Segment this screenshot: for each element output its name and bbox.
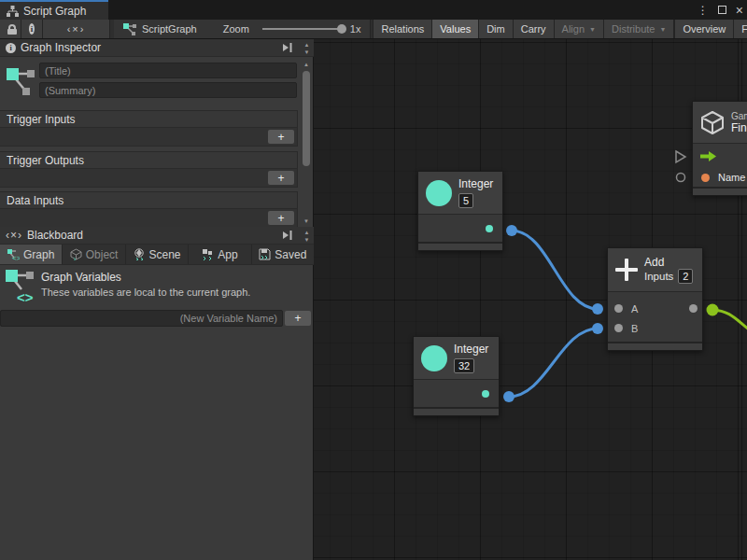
graph-canvas[interactable]: Integer 5 Integer 32	[314, 39, 747, 560]
overview-button[interactable]: Overview	[674, 20, 734, 38]
kebab-menu-icon[interactable]: ⋮	[698, 5, 709, 16]
port-label: A	[631, 303, 638, 315]
saved-variables-icon	[259, 248, 271, 260]
values-toggle[interactable]: Values	[432, 20, 479, 38]
lock-button[interactable]	[0, 20, 21, 38]
inputs-label: Inputs	[644, 271, 673, 282]
align-dropdown[interactable]: Align ▼	[555, 20, 604, 38]
new-variable-input[interactable]: (New Variable Name)	[0, 310, 283, 327]
inputs-count-input[interactable]: 2	[678, 269, 693, 284]
tab-scene[interactable]: Scene	[126, 245, 189, 264]
wire-endpoint[interactable]	[503, 391, 514, 402]
lock-icon	[7, 24, 13, 35]
input-port-b[interactable]	[614, 324, 623, 332]
wire-endpoint[interactable]	[592, 303, 603, 315]
tab-graph[interactable]: <> Graph	[0, 245, 63, 264]
panel-scroll-arrows[interactable]: ▲▼	[302, 229, 312, 244]
wire-int32-to-b[interactable]	[509, 329, 598, 397]
code-icon: ‹×›	[6, 229, 22, 242]
code-view-button[interactable]: ‹×›	[43, 20, 110, 38]
info-icon: i	[6, 43, 16, 53]
blackboard-tabs: <> Graph Object	[0, 245, 314, 265]
integer-output-port[interactable]	[482, 390, 489, 398]
node-gameobject-find[interactable]: GameObject Find Name	[692, 101, 747, 196]
zoom-slider[interactable]	[262, 28, 345, 30]
tab-saved[interactable]: Saved	[252, 245, 314, 264]
scroll-down-icon[interactable]: ▼	[301, 217, 312, 226]
chevron-down-icon: ▼	[659, 26, 666, 33]
node-add[interactable]: Add Inputs 2 A B	[607, 247, 703, 351]
integer-output-port[interactable]	[486, 225, 493, 232]
graph-inspector-header: i Graph Inspector ▲▼	[0, 39, 314, 57]
tab-object[interactable]: Object	[63, 245, 125, 264]
integer-literal-icon	[426, 180, 452, 206]
scroll-up-icon[interactable]: ▲	[301, 60, 312, 69]
trigger-inputs-row: +	[0, 128, 298, 147]
dock-panel-icon[interactable]	[282, 43, 293, 52]
info-button[interactable]: i	[21, 20, 43, 38]
graph-variables-info: <> Graph Variables These variables are l…	[0, 265, 314, 309]
node-title: Add	[644, 256, 693, 269]
object-variables-icon	[70, 248, 82, 260]
svg-text:<>: <>	[12, 254, 20, 260]
node-integer-32[interactable]: Integer 32	[413, 336, 500, 416]
full-screen-button[interactable]: Full Screen	[734, 20, 747, 38]
trigger-inputs-label: Trigger Inputs	[0, 110, 298, 128]
output-port[interactable]	[689, 304, 698, 313]
port-label: Name	[718, 172, 745, 183]
tab-app[interactable]: App	[189, 245, 251, 264]
graph-variables-icon: <>	[7, 249, 20, 260]
scene-variables-icon	[134, 248, 146, 260]
integer-value-input[interactable]: 5	[458, 193, 473, 208]
add-variable-button[interactable]: +	[285, 311, 311, 326]
panel-scroll-arrows[interactable]: ▲▼	[302, 41, 312, 56]
graph-toolbar: i ‹×› ScriptGraph Zoom 1x Relations Valu…	[0, 20, 747, 39]
wire-int5-to-a[interactable]	[512, 231, 598, 309]
ghost-trigger-port[interactable]	[676, 151, 685, 162]
scrollbar-thumb[interactable]	[303, 71, 310, 166]
input-port-a[interactable]	[614, 304, 623, 313]
zoom-slider-knob[interactable]	[337, 24, 346, 34]
chevron-down-icon: ▼	[589, 26, 596, 33]
script-graph-window: Script Graph ⋮ × i ‹×› ScriptGraph	[0, 0, 747, 560]
distribute-dropdown[interactable]: Distribute ▼	[604, 20, 674, 38]
tab-bar: Script Graph ⋮ ×	[0, 0, 747, 20]
title-input[interactable]: (Title)	[39, 63, 297, 78]
wire-endpoint[interactable]	[592, 323, 603, 334]
add-trigger-output-button[interactable]: +	[268, 171, 294, 185]
close-icon[interactable]: ×	[736, 4, 743, 17]
graph-variables-icon: <>	[6, 269, 34, 304]
script-graph-icon	[123, 23, 136, 35]
add-trigger-input-button[interactable]: +	[268, 130, 294, 144]
gameobject-cube-icon	[700, 110, 725, 134]
integer-literal-icon	[421, 345, 447, 371]
dock-panel-icon[interactable]	[282, 231, 293, 240]
ghost-value-port[interactable]	[677, 174, 685, 182]
wire-endpoint[interactable]	[707, 304, 719, 316]
inspector-scrollbar[interactable]: ▲ ▼	[301, 60, 312, 226]
name-input-port[interactable]	[701, 174, 710, 182]
zoom-value: 1x	[350, 23, 361, 35]
app-variables-icon	[202, 249, 214, 260]
zoom-label: Zoom	[223, 23, 249, 35]
graph-breadcrumb-group: ScriptGraph Zoom 1x	[114, 20, 371, 38]
data-inputs-label: Data Inputs	[0, 191, 298, 209]
tab-label: Script Graph	[23, 5, 86, 18]
node-integer-5[interactable]: Integer 5	[417, 171, 503, 251]
wire-endpoint[interactable]	[506, 225, 517, 236]
maximize-icon[interactable]	[718, 6, 726, 14]
graph-variables-description: These variables are local to the current…	[41, 287, 250, 298]
graph-title-icon	[7, 65, 35, 99]
dim-toggle[interactable]: Dim	[479, 20, 514, 38]
trigger-outputs-label: Trigger Outputs	[0, 151, 298, 169]
sidebar-panel: i Graph Inspector ▲▼ (Title) (Summary)	[0, 39, 314, 560]
relations-toggle[interactable]: Relations	[373, 20, 432, 38]
new-variable-row: (New Variable Name) +	[0, 309, 314, 328]
integer-value-input[interactable]: 32	[454, 358, 474, 373]
tab-script-graph[interactable]: Script Graph	[0, 0, 108, 20]
summary-input[interactable]: (Summary)	[39, 82, 297, 98]
trigger-arrow-icon[interactable]	[700, 151, 716, 161]
carry-toggle[interactable]: Carry	[514, 20, 555, 38]
trigger-outputs-row: +	[0, 169, 298, 188]
add-data-input-button[interactable]: +	[268, 211, 294, 225]
